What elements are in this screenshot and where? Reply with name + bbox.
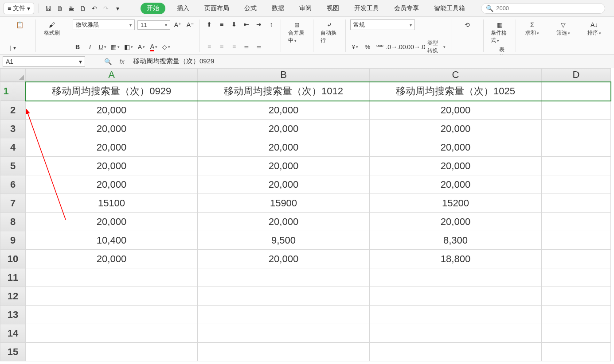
merge-center-button[interactable]: ⊞ 合并居中▾ <box>285 19 309 46</box>
clear-format-icon[interactable]: ◇▾ <box>161 42 171 52</box>
row-header-4[interactable]: 4 <box>0 138 26 157</box>
cell-C1[interactable]: 移动周均搜索量（次）1025 <box>370 82 542 101</box>
row-header-11[interactable]: 11 <box>0 268 26 287</box>
cell-A8[interactable]: 20,000 <box>26 213 198 231</box>
cell-A15[interactable] <box>26 343 198 361</box>
align-left-icon[interactable]: ≡ <box>204 42 214 52</box>
cell-C8[interactable]: 20,000 <box>370 213 542 231</box>
wrap-text-button[interactable]: ⤶ 自动换行 <box>318 19 341 46</box>
row-header-14[interactable]: 14 <box>0 324 26 343</box>
row-header-5[interactable]: 5 <box>0 157 26 175</box>
font-effects-icon[interactable]: A▾ <box>137 42 146 52</box>
tab-page-layout[interactable]: 页面布局 <box>201 2 233 15</box>
paste-expand[interactable]: ｜▾ <box>8 44 16 52</box>
quickbar-more-icon[interactable]: ▾ <box>113 4 122 13</box>
cell-A1[interactable]: 移动周均搜索量（次）0929 <box>26 82 198 101</box>
cell-D5[interactable] <box>542 157 611 175</box>
cell-C15[interactable] <box>370 343 542 361</box>
cell-B4[interactable]: 20,000 <box>198 138 370 157</box>
cell-D3[interactable] <box>542 120 611 138</box>
sum-button[interactable]: Σ 求和▾ <box>520 19 544 39</box>
border-icon[interactable]: ▦▾ <box>110 42 121 52</box>
cell-B3[interactable]: 20,000 <box>198 120 370 138</box>
row-header-10[interactable]: 10 <box>0 250 26 268</box>
cell-D6[interactable] <box>542 175 611 194</box>
cell-C9[interactable]: 8,300 <box>370 231 542 250</box>
column-header-D[interactable]: D <box>542 69 611 82</box>
currency-icon[interactable]: ¥▾ <box>350 42 360 52</box>
cell-B11[interactable] <box>198 268 370 287</box>
tab-formula[interactable]: 公式 <box>241 2 260 15</box>
row-header-7[interactable]: 7 <box>0 194 26 213</box>
cell-B9[interactable]: 9,500 <box>198 231 370 250</box>
cell-B6[interactable]: 20,000 <box>198 175 370 194</box>
row-header-8[interactable]: 8 <box>0 213 26 231</box>
cell-D10[interactable] <box>542 250 611 268</box>
bold-icon[interactable]: B <box>73 42 82 52</box>
italic-icon[interactable]: I <box>85 42 95 52</box>
cell-D1[interactable] <box>542 82 611 101</box>
cell-A12[interactable] <box>26 287 198 306</box>
cell-B10[interactable]: 20,000 <box>198 250 370 268</box>
cell-C10[interactable]: 18,800 <box>370 250 542 268</box>
tab-start[interactable]: 开始 <box>141 3 165 14</box>
cell-D14[interactable] <box>542 324 611 343</box>
tab-developer[interactable]: 开发工具 <box>351 2 383 15</box>
cell-D11[interactable] <box>542 268 611 287</box>
cell-D8[interactable] <box>542 213 611 231</box>
thousands-icon[interactable]: ººº <box>375 42 385 52</box>
number-format-select[interactable]: 常规 <box>350 19 415 30</box>
font-color-icon[interactable]: A▾ <box>149 42 159 52</box>
row-header-1[interactable]: 1 <box>0 82 25 101</box>
cell-C6[interactable]: 20,000 <box>370 175 542 194</box>
search-input[interactable] <box>496 5 600 12</box>
save-icon[interactable]: 🖫 <box>43 4 53 13</box>
paste-button[interactable]: 📋 <box>8 19 31 30</box>
name-box[interactable]: A1 ▾ <box>3 56 85 67</box>
redo-icon[interactable]: ↷ <box>101 4 111 13</box>
decrease-font-icon[interactable]: A⁻ <box>185 20 195 30</box>
increase-decimal-icon[interactable]: .0→.00 <box>387 42 404 52</box>
cell-B12[interactable] <box>198 287 370 306</box>
cell-D9[interactable] <box>542 231 611 250</box>
cell-B1[interactable]: 移动周均搜索量（次）1012 <box>198 82 370 101</box>
tab-insert[interactable]: 插入 <box>173 2 193 15</box>
formula-input[interactable] <box>133 58 614 65</box>
cell-D7[interactable] <box>542 194 611 213</box>
decrease-decimal-icon[interactable]: .00→.0 <box>407 42 424 52</box>
row-header-12[interactable]: 12 <box>0 287 26 306</box>
fx-icon[interactable]: fx <box>117 57 127 66</box>
cell-D12[interactable] <box>542 287 611 306</box>
align-middle-icon[interactable]: ≡ <box>217 19 227 29</box>
cell-A5[interactable]: 20,000 <box>26 157 198 175</box>
row-header-2[interactable]: 2 <box>0 101 26 120</box>
cell-C5[interactable]: 20,000 <box>370 157 542 175</box>
orientation-icon[interactable]: ↕ <box>266 19 276 29</box>
tab-data[interactable]: 数据 <box>268 2 288 15</box>
row-header-15[interactable]: 15 <box>0 343 26 361</box>
align-top-icon[interactable]: ⬆ <box>204 19 214 29</box>
cell-C4[interactable]: 20,000 <box>370 138 542 157</box>
percent-icon[interactable]: % <box>363 42 372 52</box>
align-right-icon[interactable]: ≡ <box>229 42 239 52</box>
cell-A7[interactable]: 15100 <box>26 194 198 213</box>
filter-button[interactable]: ▽ 筛选▾ <box>551 19 575 39</box>
format-painter-button[interactable]: 🖌 格式刷 <box>40 19 63 39</box>
select-all-corner[interactable] <box>0 69 26 82</box>
undo-icon[interactable]: ↶ <box>90 4 99 13</box>
print-preview-icon[interactable]: 🗋 <box>78 4 88 13</box>
cell-B14[interactable] <box>198 324 370 343</box>
row-header-3[interactable]: 3 <box>0 120 26 138</box>
cell-B2[interactable]: 20,000 <box>198 101 370 120</box>
cell-A4[interactable]: 20,000 <box>26 138 198 157</box>
cell-A2[interactable]: 20,000 <box>26 101 198 120</box>
cell-D13[interactable] <box>542 306 611 324</box>
cell-B5[interactable]: 20,000 <box>198 157 370 175</box>
distribute-icon[interactable]: ≣ <box>254 42 264 52</box>
cell-D15[interactable] <box>542 343 611 361</box>
increase-font-icon[interactable]: A⁺ <box>173 20 183 30</box>
fill-color-icon[interactable]: ◧▾ <box>123 42 134 52</box>
cell-B7[interactable]: 15900 <box>198 194 370 213</box>
column-header-B[interactable]: B <box>198 69 370 82</box>
row-header-6[interactable]: 6 <box>0 175 26 194</box>
